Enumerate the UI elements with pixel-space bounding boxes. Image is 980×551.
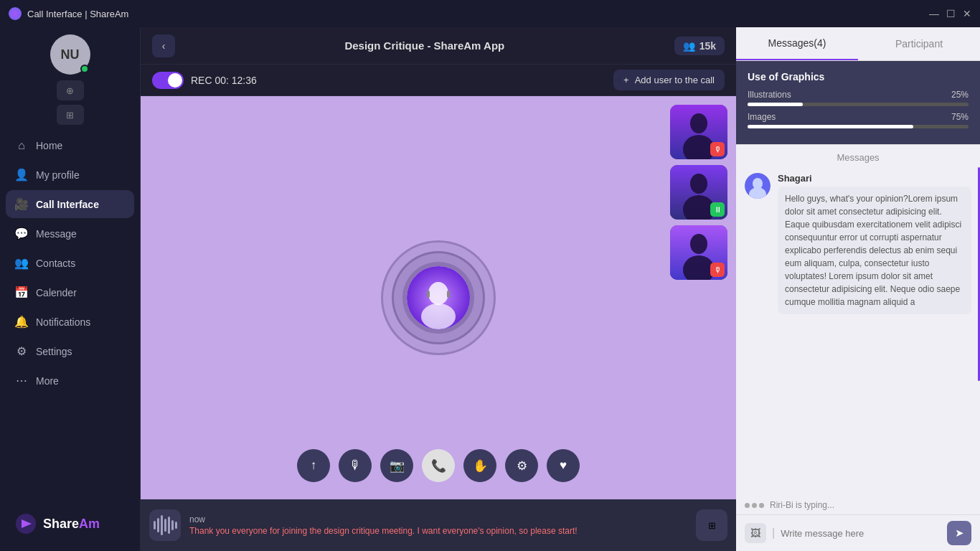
- message-text: Hello guys, what's your opinion?Lorem ip…: [778, 187, 971, 314]
- brand-icon: [14, 512, 37, 535]
- poll-bar-fill-illustrations: [748, 103, 803, 106]
- thumbnail-3: 🎙: [670, 225, 727, 280]
- poll-item-images: Images 75%: [748, 112, 969, 128]
- sidebar-item-label: Call Interface: [36, 199, 99, 210]
- end-call-button[interactable]: 📞: [422, 449, 455, 482]
- svg-point-8: [690, 113, 707, 133]
- add-user-icon: +: [623, 75, 629, 85]
- add-user-button[interactable]: + Add user to the call: [613, 70, 725, 90]
- thumb-badge-muted-3: 🎙: [710, 263, 725, 277]
- rec-toggle-dot: [168, 73, 182, 88]
- typing-dots: [745, 503, 764, 508]
- call-header: ‹ Design Critique - ShareAm App 👥 15k: [141, 27, 736, 65]
- poll-item-illustrations: Illustrations 25%: [748, 90, 969, 106]
- messages-list: Shagari Hello guys, what's your opinion?…: [736, 167, 980, 496]
- input-divider: |: [772, 527, 775, 540]
- participants-count: 15k: [699, 40, 716, 52]
- call-main-area: 🎙: [141, 96, 736, 499]
- grid-icon: ⊞: [708, 520, 716, 531]
- back-button[interactable]: ‹: [152, 34, 175, 57]
- sidebar-item-more[interactable]: ⋯ More: [6, 367, 134, 395]
- minimize-button[interactable]: —: [929, 8, 939, 19]
- bottom-message: Thank you everyone for joining the desig…: [189, 526, 687, 536]
- sidebar-item-notifications[interactable]: 🔔 Notifications: [6, 308, 134, 336]
- svg-point-14: [690, 234, 707, 254]
- brand-logo-area: ShareAm: [6, 507, 134, 541]
- sidebar-item-calender[interactable]: 📅 Calender: [6, 278, 134, 306]
- svg-point-11: [690, 174, 707, 194]
- poll-bar-fill-images: [748, 125, 913, 128]
- wave-bar-3: [161, 515, 163, 535]
- typing-dot-3: [759, 503, 764, 508]
- typing-dot-2: [752, 503, 757, 508]
- close-button[interactable]: ✕: [963, 8, 971, 19]
- sidebar-item-settings[interactable]: ⚙ Settings: [6, 337, 134, 365]
- sidebar-nav: ⌂ Home 👤 My profile 🎥 Call Interface 💬 M…: [0, 132, 140, 501]
- sidebar-item-contacts[interactable]: 👥 Contacts: [6, 249, 134, 277]
- participants-badge: 👥 15k: [674, 37, 725, 55]
- calender-icon: 📅: [14, 286, 29, 299]
- message-item: Shagari Hello guys, what's your opinion?…: [745, 173, 971, 314]
- react-button[interactable]: ♥: [547, 449, 580, 482]
- settings-button[interactable]: ⚙: [505, 449, 538, 482]
- call-title: Design Critique - ShareAm App: [344, 39, 504, 52]
- window-title: Call Interface | ShareAm: [27, 9, 128, 19]
- sidebar-item-home[interactable]: ⌂ Home: [6, 132, 134, 159]
- sidebar-item-my-profile[interactable]: 👤 My profile: [6, 161, 134, 189]
- svg-point-3: [428, 282, 448, 305]
- right-panel: Messages(4) Participant Use of Graphics …: [736, 27, 980, 551]
- settings-icon: ⚙: [14, 344, 29, 358]
- typing-indicator: Riri-Bi is typing...: [736, 496, 980, 514]
- tab-participant[interactable]: Participant: [858, 27, 980, 60]
- thumb-badge-muted-1: 🎙: [710, 142, 725, 156]
- tab-messages[interactable]: Messages(4): [736, 27, 858, 60]
- thumb-badge-active-2: ⏸: [710, 202, 725, 217]
- sidebar-item-label: My profile: [36, 169, 80, 181]
- typing-dot-1: [745, 503, 750, 508]
- mic-button[interactable]: 🎙: [339, 449, 372, 482]
- message-input-bar: 🖼 | ➤: [736, 514, 980, 551]
- send-message-button[interactable]: ➤: [947, 521, 971, 545]
- center-avatar-wrapper: [381, 240, 496, 355]
- message-sender: Shagari: [778, 173, 971, 184]
- poll-section: Use of Graphics Illustrations 25% Images…: [736, 61, 980, 144]
- sidebar-item-label: Home: [36, 140, 62, 151]
- call-controls: ↑ 🎙 📷 📞 ✋ ⚙ ♥: [297, 449, 580, 482]
- sidebar: NU ⊕ ⊞ ⌂ Home 👤 My profile 🎥 Call I: [0, 27, 141, 551]
- camera-button[interactable]: 📷: [380, 449, 413, 482]
- grid-view-button[interactable]: ⊞: [696, 509, 727, 541]
- bottom-bar: now Thank you everyone for joining the d…: [141, 499, 736, 551]
- message-input-field[interactable]: [781, 528, 941, 539]
- sidebar-item-message[interactable]: 💬 Message: [6, 220, 134, 248]
- profile-icon: 👤: [14, 168, 29, 182]
- message-content: Shagari Hello guys, what's your opinion?…: [778, 173, 971, 314]
- share-screen-button[interactable]: ↑: [297, 449, 330, 482]
- sidebar-item-call-interface[interactable]: 🎥 Call Interface: [6, 190, 134, 218]
- content-area: ‹ Design Critique - ShareAm App 👥 15k RE…: [141, 27, 736, 551]
- online-status-dot: [80, 65, 89, 73]
- bottom-time: now: [189, 514, 687, 524]
- window-controls[interactable]: — ☐ ✕: [929, 8, 971, 19]
- sidebar-icons-top: ⊕ ⊞: [57, 80, 84, 125]
- sidebar-item-label: Calender: [36, 287, 77, 298]
- wave-bars: [154, 515, 177, 535]
- maximize-button[interactable]: ☐: [946, 8, 956, 19]
- sidebar-item-label: More: [36, 375, 59, 387]
- rec-left: REC 00: 12:36: [152, 72, 257, 89]
- home-icon: ⌂: [14, 139, 29, 152]
- recording-bar: REC 00: 12:36 + Add user to the call: [141, 65, 736, 96]
- rec-label: REC 00: 12:36: [191, 75, 257, 86]
- wave-bar-2: [157, 518, 159, 532]
- raise-hand-button[interactable]: ✋: [463, 449, 496, 482]
- rec-toggle[interactable]: [152, 72, 184, 89]
- svg-point-4: [421, 303, 456, 329]
- message-avatar: [745, 173, 771, 199]
- main-layout: NU ⊕ ⊞ ⌂ Home 👤 My profile 🎥 Call I: [0, 27, 980, 551]
- thumbnail-1: 🎙: [670, 105, 727, 159]
- wave-bar-5: [168, 517, 170, 534]
- poll-item-illustrations-header: Illustrations 25%: [748, 90, 969, 100]
- svg-rect-6: [447, 291, 450, 298]
- title-bar: Call Interface | ShareAm — ☐ ✕: [0, 0, 980, 27]
- attach-image-button[interactable]: 🖼: [745, 523, 766, 543]
- typing-text: Riri-Bi is typing...: [770, 500, 834, 510]
